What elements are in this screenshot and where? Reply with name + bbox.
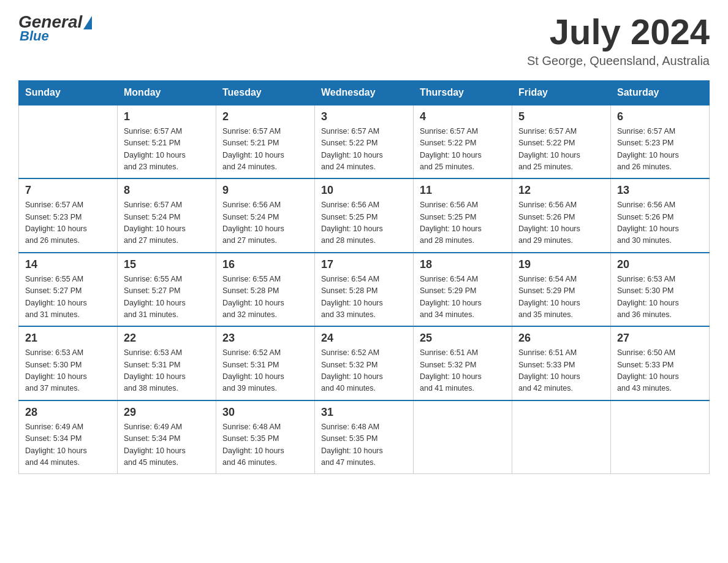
day-number: 10 <box>321 184 407 197</box>
day-info: Sunrise: 6:54 AMSunset: 5:29 PMDaylight:… <box>518 274 604 321</box>
calendar-cell: 27Sunrise: 6:50 AMSunset: 5:33 PMDayligh… <box>611 326 710 400</box>
weekday-header-friday: Friday <box>512 80 611 105</box>
calendar-cell: 22Sunrise: 6:53 AMSunset: 5:31 PMDayligh… <box>118 326 216 400</box>
calendar-cell: 17Sunrise: 6:54 AMSunset: 5:28 PMDayligh… <box>315 253 414 327</box>
day-number: 20 <box>617 258 703 271</box>
calendar-table: SundayMondayTuesdayWednesdayThursdayFrid… <box>18 80 710 475</box>
day-info: Sunrise: 6:55 AMSunset: 5:27 PMDaylight:… <box>25 274 111 321</box>
day-number: 21 <box>25 332 111 345</box>
calendar-cell: 10Sunrise: 6:56 AMSunset: 5:25 PMDayligh… <box>315 178 414 253</box>
day-info: Sunrise: 6:57 AMSunset: 5:24 PMDaylight:… <box>124 199 210 247</box>
day-info: Sunrise: 6:57 AMSunset: 5:23 PMDaylight:… <box>25 199 111 247</box>
calendar-cell: 26Sunrise: 6:51 AMSunset: 5:33 PMDayligh… <box>512 326 611 400</box>
day-number: 14 <box>25 258 111 271</box>
day-number: 12 <box>518 184 604 197</box>
day-info: Sunrise: 6:55 AMSunset: 5:28 PMDaylight:… <box>222 274 308 321</box>
day-info: Sunrise: 6:56 AMSunset: 5:26 PMDaylight:… <box>518 199 604 247</box>
day-number: 3 <box>321 110 407 123</box>
calendar-cell: 12Sunrise: 6:56 AMSunset: 5:26 PMDayligh… <box>512 178 611 253</box>
day-number: 5 <box>518 110 604 123</box>
day-number: 11 <box>420 184 506 197</box>
day-number: 13 <box>617 184 703 197</box>
day-info: Sunrise: 6:56 AMSunset: 5:26 PMDaylight:… <box>617 199 703 247</box>
day-number: 8 <box>124 184 210 197</box>
day-number: 7 <box>25 184 111 197</box>
logo-bottom-text: Blue <box>20 28 49 44</box>
day-number: 15 <box>124 258 210 271</box>
calendar-cell: 23Sunrise: 6:52 AMSunset: 5:31 PMDayligh… <box>216 326 315 400</box>
calendar-cell: 15Sunrise: 6:55 AMSunset: 5:27 PMDayligh… <box>118 253 216 327</box>
day-info: Sunrise: 6:57 AMSunset: 5:21 PMDaylight:… <box>124 126 210 174</box>
day-number: 2 <box>222 110 308 123</box>
weekday-header-monday: Monday <box>118 80 216 105</box>
calendar-cell: 9Sunrise: 6:56 AMSunset: 5:24 PMDaylight… <box>216 178 315 253</box>
calendar-cell: 3Sunrise: 6:57 AMSunset: 5:22 PMDaylight… <box>315 105 414 179</box>
day-number: 9 <box>222 184 308 197</box>
calendar-cell: 1Sunrise: 6:57 AMSunset: 5:21 PMDaylight… <box>118 105 216 179</box>
day-info: Sunrise: 6:54 AMSunset: 5:28 PMDaylight:… <box>321 274 407 321</box>
month-title: July 2024 <box>527 12 710 52</box>
day-number: 4 <box>420 110 506 123</box>
calendar-cell: 13Sunrise: 6:56 AMSunset: 5:26 PMDayligh… <box>611 178 710 253</box>
weekday-header-saturday: Saturday <box>611 80 710 105</box>
calendar-cell: 5Sunrise: 6:57 AMSunset: 5:22 PMDaylight… <box>512 105 611 179</box>
day-info: Sunrise: 6:56 AMSunset: 5:24 PMDaylight:… <box>222 199 308 247</box>
day-info: Sunrise: 6:57 AMSunset: 5:22 PMDaylight:… <box>420 126 506 174</box>
day-info: Sunrise: 6:52 AMSunset: 5:31 PMDaylight:… <box>222 347 308 395</box>
calendar-cell: 31Sunrise: 6:48 AMSunset: 5:35 PMDayligh… <box>315 400 414 474</box>
day-info: Sunrise: 6:53 AMSunset: 5:31 PMDaylight:… <box>124 347 210 395</box>
day-info: Sunrise: 6:54 AMSunset: 5:29 PMDaylight:… <box>420 274 506 321</box>
day-number: 29 <box>124 406 210 419</box>
calendar-cell: 19Sunrise: 6:54 AMSunset: 5:29 PMDayligh… <box>512 253 611 327</box>
day-number: 31 <box>321 406 407 419</box>
day-number: 18 <box>420 258 506 271</box>
weekday-header-wednesday: Wednesday <box>315 80 414 105</box>
day-number: 19 <box>518 258 604 271</box>
calendar-cell <box>414 400 512 474</box>
day-number: 24 <box>321 332 407 345</box>
calendar-cell: 8Sunrise: 6:57 AMSunset: 5:24 PMDaylight… <box>118 178 216 253</box>
calendar-cell <box>19 105 118 179</box>
calendar-cell: 6Sunrise: 6:57 AMSunset: 5:23 PMDaylight… <box>611 105 710 179</box>
day-info: Sunrise: 6:48 AMSunset: 5:35 PMDaylight:… <box>222 421 308 469</box>
location-title: St George, Queensland, Australia <box>527 54 710 68</box>
day-number: 6 <box>617 110 703 123</box>
weekday-header-sunday: Sunday <box>19 80 118 105</box>
calendar-cell: 28Sunrise: 6:49 AMSunset: 5:34 PMDayligh… <box>19 400 118 474</box>
day-number: 27 <box>617 332 703 345</box>
page-header: General Blue July 2024 St George, Queens… <box>18 12 710 68</box>
calendar-week-row: 1Sunrise: 6:57 AMSunset: 5:21 PMDaylight… <box>19 105 710 179</box>
day-info: Sunrise: 6:57 AMSunset: 5:23 PMDaylight:… <box>617 126 703 174</box>
day-number: 1 <box>124 110 210 123</box>
day-info: Sunrise: 6:56 AMSunset: 5:25 PMDaylight:… <box>321 199 407 247</box>
calendar-cell: 20Sunrise: 6:53 AMSunset: 5:30 PMDayligh… <box>611 253 710 327</box>
day-info: Sunrise: 6:51 AMSunset: 5:33 PMDaylight:… <box>518 347 604 395</box>
title-block: July 2024 St George, Queensland, Austral… <box>527 12 710 68</box>
day-info: Sunrise: 6:50 AMSunset: 5:33 PMDaylight:… <box>617 347 703 395</box>
day-number: 23 <box>222 332 308 345</box>
day-info: Sunrise: 6:49 AMSunset: 5:34 PMDaylight:… <box>25 421 111 469</box>
weekday-header-thursday: Thursday <box>414 80 512 105</box>
day-info: Sunrise: 6:52 AMSunset: 5:32 PMDaylight:… <box>321 347 407 395</box>
calendar-cell: 21Sunrise: 6:53 AMSunset: 5:30 PMDayligh… <box>19 326 118 400</box>
day-number: 28 <box>25 406 111 419</box>
day-info: Sunrise: 6:53 AMSunset: 5:30 PMDaylight:… <box>617 274 703 321</box>
calendar-cell: 14Sunrise: 6:55 AMSunset: 5:27 PMDayligh… <box>19 253 118 327</box>
day-number: 26 <box>518 332 604 345</box>
calendar-cell: 29Sunrise: 6:49 AMSunset: 5:34 PMDayligh… <box>118 400 216 474</box>
day-info: Sunrise: 6:49 AMSunset: 5:34 PMDaylight:… <box>124 421 210 469</box>
calendar-cell: 18Sunrise: 6:54 AMSunset: 5:29 PMDayligh… <box>414 253 512 327</box>
day-info: Sunrise: 6:55 AMSunset: 5:27 PMDaylight:… <box>124 274 210 321</box>
calendar-week-row: 21Sunrise: 6:53 AMSunset: 5:30 PMDayligh… <box>19 326 710 400</box>
calendar-cell: 2Sunrise: 6:57 AMSunset: 5:21 PMDaylight… <box>216 105 315 179</box>
calendar-cell <box>611 400 710 474</box>
day-number: 25 <box>420 332 506 345</box>
calendar-cell: 16Sunrise: 6:55 AMSunset: 5:28 PMDayligh… <box>216 253 315 327</box>
logo-triangle-icon <box>83 16 92 29</box>
calendar-cell: 11Sunrise: 6:56 AMSunset: 5:25 PMDayligh… <box>414 178 512 253</box>
calendar-cell: 7Sunrise: 6:57 AMSunset: 5:23 PMDaylight… <box>19 178 118 253</box>
calendar-cell: 4Sunrise: 6:57 AMSunset: 5:22 PMDaylight… <box>414 105 512 179</box>
day-info: Sunrise: 6:56 AMSunset: 5:25 PMDaylight:… <box>420 199 506 247</box>
day-info: Sunrise: 6:48 AMSunset: 5:35 PMDaylight:… <box>321 421 407 469</box>
day-info: Sunrise: 6:57 AMSunset: 5:21 PMDaylight:… <box>222 126 308 174</box>
